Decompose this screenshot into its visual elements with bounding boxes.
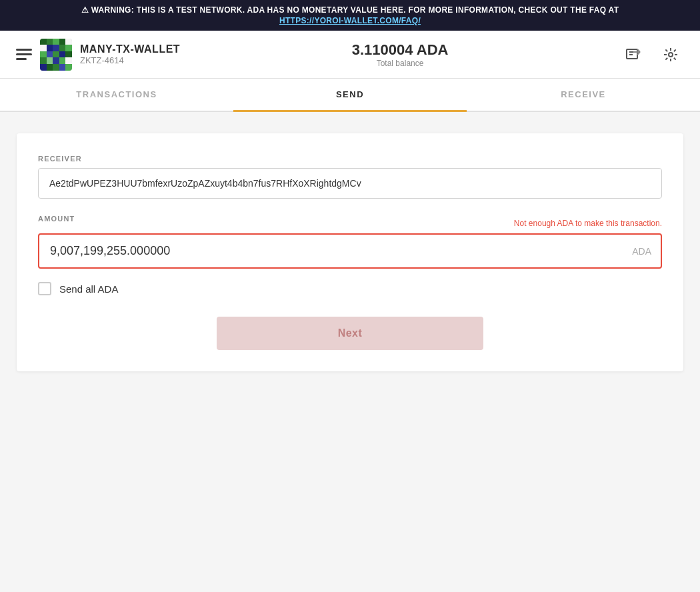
header-right bbox=[620, 41, 684, 68]
amount-input[interactable] bbox=[38, 233, 662, 269]
menu-icon[interactable] bbox=[16, 49, 32, 60]
tab-send[interactable]: SEND bbox=[233, 79, 467, 112]
amount-currency: ADA bbox=[632, 246, 651, 257]
wallet-avatar bbox=[40, 39, 72, 71]
send-all-row: Send all ADA bbox=[38, 282, 662, 295]
warning-text: ⚠ WARNING: THIS IS A TEST NETWORK. ADA H… bbox=[81, 5, 619, 15]
next-button[interactable]: Next bbox=[217, 317, 483, 350]
balance-section: 3.110004 ADA Total balance bbox=[352, 41, 449, 68]
tab-transactions[interactable]: TRANSACTIONS bbox=[0, 79, 233, 112]
receiver-input[interactable] bbox=[38, 168, 662, 199]
balance-label: Total balance bbox=[352, 59, 449, 68]
menu-bar-2 bbox=[16, 53, 32, 55]
amount-error: Not enough ADA to make this transaction. bbox=[514, 219, 662, 228]
send-all-checkbox[interactable] bbox=[38, 282, 51, 295]
warning-link[interactable]: HTTPS://YOROI-WALLET.COM/FAQ/ bbox=[11, 16, 689, 25]
svg-point-1 bbox=[669, 53, 673, 57]
settings-icon-btn[interactable] bbox=[657, 41, 684, 68]
send-card: RECEIVER AMOUNT Not enough ADA to make t… bbox=[17, 133, 683, 371]
header-left: MANY-TX-WALLET ZKTZ-4614 bbox=[16, 39, 180, 71]
main-content: RECEIVER AMOUNT Not enough ADA to make t… bbox=[0, 112, 700, 393]
receiver-section: RECEIVER bbox=[38, 155, 662, 199]
send-all-label[interactable]: Send all ADA bbox=[59, 283, 118, 295]
menu-bar-1 bbox=[16, 49, 32, 51]
send-icon-btn[interactable] bbox=[620, 41, 647, 68]
receiver-label: RECEIVER bbox=[38, 155, 662, 163]
balance-amount: 3.110004 ADA bbox=[352, 41, 449, 59]
tab-receive[interactable]: RECEIVE bbox=[467, 79, 700, 112]
wallet-id: ZKTZ-4614 bbox=[80, 55, 180, 65]
menu-bar-3 bbox=[16, 58, 27, 60]
amount-section: AMOUNT Not enough ADA to make this trans… bbox=[38, 215, 662, 269]
amount-wrapper: ADA bbox=[38, 233, 662, 269]
wallet-name: MANY-TX-WALLET bbox=[80, 43, 180, 55]
amount-row: AMOUNT Not enough ADA to make this trans… bbox=[38, 215, 662, 228]
nav-tabs: TRANSACTIONS SEND RECEIVE bbox=[0, 79, 700, 112]
header: MANY-TX-WALLET ZKTZ-4614 3.110004 ADA To… bbox=[0, 31, 700, 79]
amount-label: AMOUNT bbox=[38, 215, 75, 223]
warning-banner: ⚠ WARNING: THIS IS A TEST NETWORK. ADA H… bbox=[0, 0, 700, 31]
wallet-info: MANY-TX-WALLET ZKTZ-4614 bbox=[80, 43, 180, 65]
